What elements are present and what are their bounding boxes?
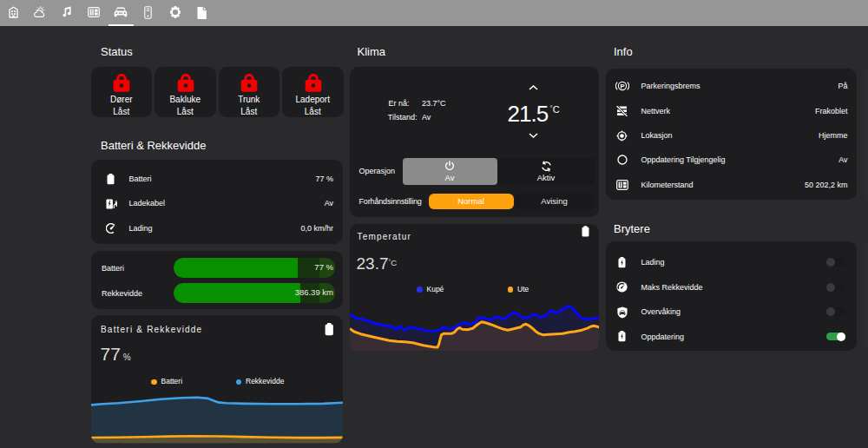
svg-text:P: P (620, 82, 624, 89)
